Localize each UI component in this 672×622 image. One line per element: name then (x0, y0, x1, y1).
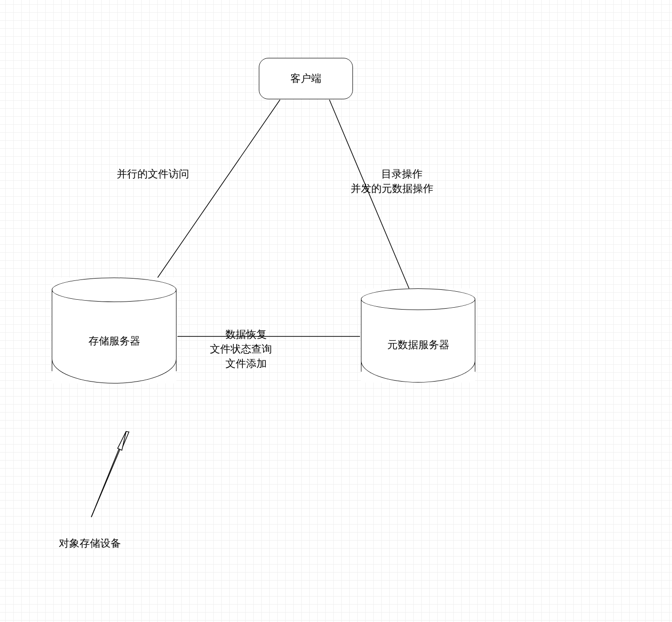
edge-label-storage-metadata: 数据恢复 文件状态查询 文件添加 (210, 327, 272, 371)
arrow-osd (0, 431, 129, 517)
diagram-canvas: 客户端 存储服务器 元数据服务器 并行的文件访问 目录操作 并发的元数据操作 数… (0, 0, 672, 622)
node-client[interactable]: 客户端 (259, 58, 353, 99)
svg-line-0 (91, 431, 126, 517)
annotation-osd: 对象存储设备 (59, 536, 121, 551)
node-metadata-label: 元数据服务器 (361, 338, 475, 352)
edge-label-client-storage: 并行的文件访问 (117, 167, 189, 182)
node-metadata-server[interactable]: 元数据服务器 (361, 288, 475, 383)
node-storage-server[interactable]: 存储服务器 (52, 278, 176, 383)
svg-line-2 (0, 447, 91, 517)
edge-label-client-metadata: 目录操作 并发的元数据操作 (351, 167, 433, 196)
edge-client-storage (158, 100, 280, 278)
node-client-label: 客户端 (290, 72, 321, 86)
node-storage-label: 存储服务器 (52, 334, 176, 348)
svg-marker-1 (119, 431, 129, 447)
